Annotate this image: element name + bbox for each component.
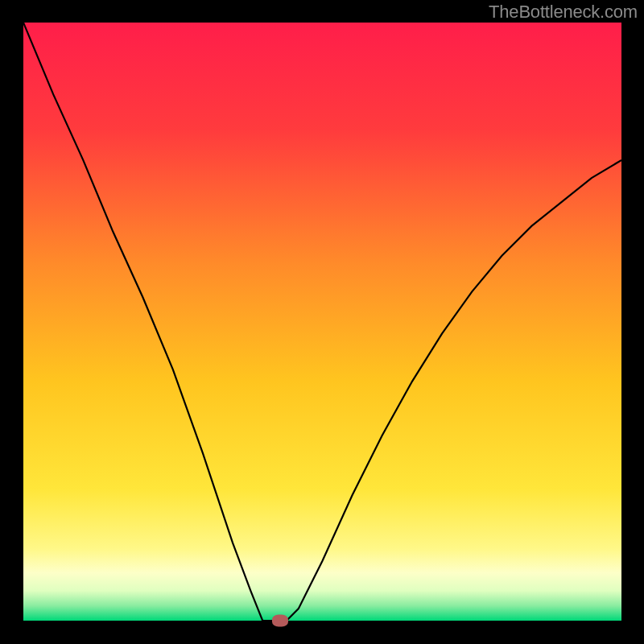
chart-canvas: TheBottleneck.com bbox=[0, 0, 644, 644]
plot-area bbox=[23, 23, 621, 621]
marker-dot bbox=[272, 615, 288, 627]
bottleneck-curve bbox=[23, 23, 621, 621]
attribution-text: TheBottleneck.com bbox=[489, 2, 638, 23]
